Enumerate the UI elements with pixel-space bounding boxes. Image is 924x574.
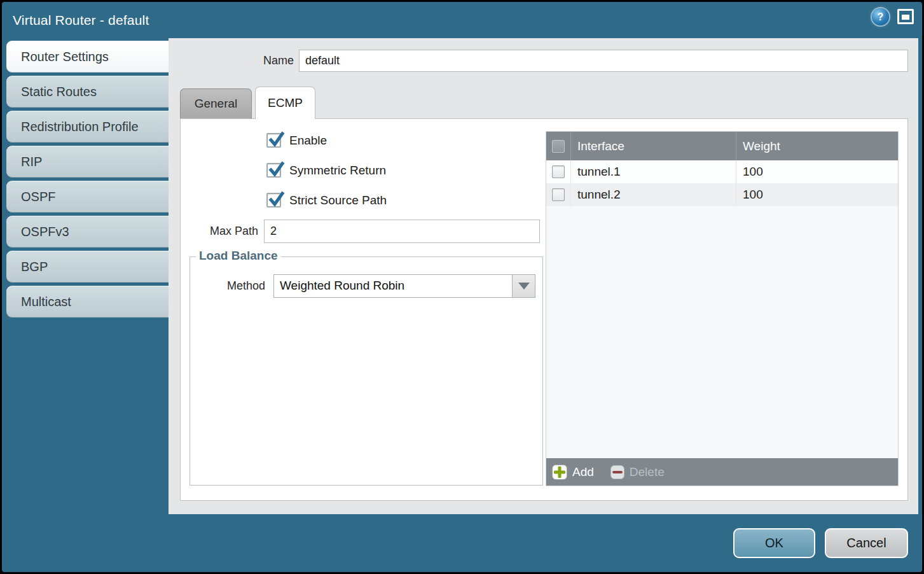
sidebar-item-label: BGP [21, 260, 48, 274]
strict-source-path-checkbox[interactable] [266, 193, 281, 207]
interface-cell: tunnel.2 [570, 183, 736, 206]
sidebar-item-label: OSPF [21, 190, 55, 204]
select-all-checkbox[interactable] [552, 140, 565, 153]
ecmp-tab-panel: Enable Symmetric Return [180, 118, 908, 501]
row-checkbox[interactable] [552, 188, 565, 201]
max-path-label: Max Path [181, 220, 258, 243]
virtual-router-dialog: Virtual Router - default ? Router Settin… [0, 0, 924, 574]
method-label: Method [190, 274, 265, 298]
checkmark-icon [268, 192, 285, 208]
sidebar-item-bgp[interactable]: BGP [6, 251, 170, 283]
dialog-title: Virtual Router - default [2, 13, 149, 28]
enable-checkbox[interactable] [266, 133, 281, 148]
enable-checkbox-row[interactable]: Enable [266, 133, 327, 148]
weight-column-header[interactable]: Weight [736, 132, 898, 160]
row-checkbox[interactable] [552, 165, 565, 178]
enable-label: Enable [289, 134, 327, 148]
interface-cell: tunnel.1 [570, 160, 736, 183]
sidebar-item-redistribution-profile[interactable]: Redistribution Profile [6, 111, 170, 143]
symmetric-return-checkbox-row[interactable]: Symmetric Return [266, 163, 386, 178]
table-row[interactable]: tunnel.2 100 [546, 183, 898, 206]
help-icon[interactable]: ? [872, 8, 889, 25]
sidebar-item-label: Redistribution Profile [21, 120, 139, 134]
sidebar-item-label: Multicast [21, 295, 71, 309]
titlebar: Virtual Router - default ? [2, 2, 922, 38]
sidebar-item-label: OSPFv3 [21, 225, 69, 239]
name-label: Name [169, 50, 294, 72]
tab-label: ECMP [268, 96, 303, 110]
add-button-label: Add [572, 465, 594, 479]
plus-icon [552, 465, 567, 480]
sidebar: Router Settings Static Routes Redistribu… [6, 41, 170, 318]
restore-window-icon[interactable] [897, 9, 914, 24]
ok-button[interactable]: OK [733, 528, 815, 558]
sidebar-item-label: Router Settings [21, 50, 109, 64]
add-button[interactable]: Add [552, 465, 594, 480]
method-dropdown[interactable]: Weighted Round Robin [273, 274, 535, 298]
restore-inner-rect [902, 15, 909, 20]
table-empty-area [546, 206, 898, 458]
strict-source-path-label: Strict Source Path [289, 193, 387, 207]
sidebar-item-label: RIP [21, 155, 42, 169]
weight-cell: 100 [736, 160, 898, 183]
sidebar-item-ospf[interactable]: OSPF [6, 181, 170, 213]
table-row[interactable]: tunnel.1 100 [546, 160, 898, 183]
interface-weight-table: Interface Weight tunnel.1 100 tunnel.2 1… [546, 131, 899, 486]
cancel-button[interactable]: Cancel [825, 528, 908, 558]
tab-general[interactable]: General [180, 88, 252, 118]
delete-button[interactable]: Delete [610, 465, 665, 479]
table-header-row: Interface Weight [546, 132, 898, 160]
tab-ecmp[interactable]: ECMP [255, 87, 315, 119]
table-toolbar: Add Delete [546, 458, 898, 486]
dialog-surface: Virtual Router - default ? Router Settin… [2, 2, 922, 572]
content-area: Name General ECMP Enable [169, 38, 918, 514]
symmetric-return-checkbox[interactable] [266, 163, 281, 178]
sidebar-item-rip[interactable]: RIP [6, 146, 170, 178]
checkmark-icon [268, 162, 285, 178]
max-path-input[interactable] [264, 220, 540, 243]
dropdown-button[interactable] [512, 275, 535, 297]
method-selected-value: Weighted Round Robin [274, 275, 512, 297]
strict-source-path-checkbox-row[interactable]: Strict Source Path [266, 193, 387, 207]
chevron-down-icon [518, 283, 530, 290]
sidebar-item-multicast[interactable]: Multicast [6, 286, 170, 318]
interface-column-header[interactable]: Interface [570, 132, 736, 160]
weight-cell: 100 [736, 183, 898, 206]
delete-button-label: Delete [630, 465, 665, 479]
sidebar-item-router-settings[interactable]: Router Settings [6, 41, 170, 73]
symmetric-return-label: Symmetric Return [289, 164, 386, 178]
load-balance-legend: Load Balance [196, 249, 281, 263]
sidebar-item-label: Static Routes [21, 85, 97, 99]
checkmark-icon [268, 132, 285, 148]
tab-label: General [195, 97, 238, 111]
minus-icon [610, 465, 624, 479]
load-balance-fieldset: Load Balance Method Weighted Round Robin [190, 256, 543, 486]
sidebar-item-ospfv3[interactable]: OSPFv3 [6, 216, 170, 248]
name-input[interactable] [299, 50, 908, 72]
sidebar-item-static-routes[interactable]: Static Routes [6, 76, 170, 108]
